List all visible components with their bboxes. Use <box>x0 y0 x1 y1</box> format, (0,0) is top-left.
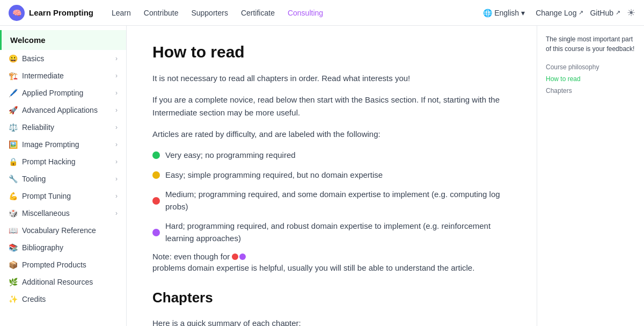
sidebar-label-reliability: Reliability <box>22 123 54 132</box>
chevron-right-icon: › <box>115 106 118 114</box>
red-dot <box>152 197 160 205</box>
chevron-right-icon: › <box>115 72 118 79</box>
chevron-right-icon: › <box>115 124 118 131</box>
sidebar-label-intermediate: Intermediate <box>22 71 64 80</box>
page-title: How to read <box>152 43 511 61</box>
translate-icon: 🌐 <box>483 9 492 17</box>
intro-para-3: Articles are rated by difficulty, and ar… <box>152 128 511 141</box>
basics-icon: 😀 <box>9 54 18 63</box>
sidebar-item-misc[interactable]: 🎲 Miscellaneous › <box>0 205 126 222</box>
difficulty-medium: Medium; programming required, and some d… <box>152 189 511 213</box>
intermediate-icon: 🏗️ <box>9 71 18 80</box>
chevron-right-icon: › <box>115 89 118 97</box>
theme-toggle[interactable]: ☀ <box>627 7 635 19</box>
note-prefix: Note: even though for <box>152 252 230 261</box>
chevron-right-icon: › <box>115 158 118 165</box>
chevron-down-icon: ▾ <box>521 9 525 17</box>
toc-how-to-read[interactable]: How to read <box>546 73 635 85</box>
sidebar-item-tooling[interactable]: 🔧 Tooling › <box>0 170 126 187</box>
advanced-icon: 🚀 <box>9 106 18 114</box>
sidebar-label-vocab: Vocabulary Reference <box>22 226 96 235</box>
language-selector[interactable]: 🌐 English ▾ <box>479 6 529 19</box>
bibliography-icon: 📚 <box>9 243 18 252</box>
chevron-right-icon: › <box>115 55 118 62</box>
sidebar-item-prompted-products[interactable]: 📦 Prompted Products <box>0 256 126 273</box>
sidebar-item-vocab[interactable]: 📖 Vocabulary Reference <box>0 222 126 239</box>
sidebar-item-advanced[interactable]: 🚀 Advanced Applications › <box>0 102 126 119</box>
sidebar-label-advanced: Advanced Applications <box>22 106 98 114</box>
inline-red-dot <box>232 253 238 260</box>
github-label: GitHub <box>590 9 613 17</box>
header: 🧠 Learn Prompting Learn Contribute Suppo… <box>0 0 644 26</box>
sidebar-label-products: Prompted Products <box>22 260 86 269</box>
hacking-icon: 🔒 <box>9 157 18 166</box>
toc-course-philosophy[interactable]: Course philosophy <box>546 61 635 73</box>
sidebar-item-intermediate[interactable]: 🏗️ Intermediate › <box>0 67 126 84</box>
sidebar-welcome[interactable]: Welcome <box>0 30 126 50</box>
chevron-right-icon: › <box>115 175 118 183</box>
nav-contribute[interactable]: Contribute <box>138 5 184 20</box>
sidebar-label-tuning: Prompt Tuning <box>22 192 71 200</box>
sidebar-label-basics: Basics <box>22 54 44 63</box>
nav-certificate[interactable]: Certificate <box>236 5 280 20</box>
misc-icon: 🎲 <box>9 209 18 218</box>
nav-learn[interactable]: Learn <box>106 5 136 20</box>
sidebar-item-reliability[interactable]: ⚖️ Reliability › <box>0 119 126 136</box>
chevron-right-icon: › <box>115 192 118 200</box>
difficulty-very-easy: Very easy; no programming required <box>152 149 511 162</box>
chapters-intro: Here is a quick summary of each chapter: <box>152 317 511 326</box>
chevron-right-icon: › <box>115 141 118 148</box>
sidebar-item-applied[interactable]: 🖊️ Applied Prompting › <box>0 84 126 102</box>
sidebar-label-tooling: Tooling <box>22 175 46 183</box>
yellow-dot <box>152 171 160 179</box>
chevron-right-icon: › <box>115 209 118 217</box>
language-label: English <box>494 9 519 17</box>
sidebar-item-basics[interactable]: 😀 Basics › <box>0 50 126 67</box>
sidebar-item-resources[interactable]: 🌿 Additional Resources <box>0 273 126 291</box>
toc-chapters[interactable]: Chapters <box>546 85 635 97</box>
resources-icon: 🌿 <box>9 278 18 286</box>
logo-text: Learn Prompting <box>29 8 93 17</box>
sidebar-label-applied: Applied Prompting <box>22 89 83 97</box>
vocab-icon: 📖 <box>9 226 18 235</box>
toc-feedback: The single most important part of this c… <box>546 34 635 54</box>
image-icon: 🖼️ <box>9 140 18 149</box>
sidebar: Welcome 😀 Basics › 🏗️ Intermediate › 🖊️ … <box>0 26 127 326</box>
sidebar-label-image: Image Prompting <box>22 140 79 149</box>
difficulty-hard: Hard; programming required, and robust d… <box>152 220 511 244</box>
green-dot <box>152 151 160 159</box>
sidebar-item-tuning[interactable]: 💪 Prompt Tuning › <box>0 187 126 205</box>
table-of-contents: The single most important part of this c… <box>537 26 644 326</box>
intro-para-1: It is not necessary to read all chapters… <box>152 72 511 85</box>
page-layout: Welcome 😀 Basics › 🏗️ Intermediate › 🖊️ … <box>0 26 644 326</box>
tuning-icon: 💪 <box>9 192 18 200</box>
changelog-label: Change Log <box>536 9 576 17</box>
nav-consulting[interactable]: Consulting <box>282 5 328 20</box>
changelog-link[interactable]: Change Log ↗ <box>536 9 583 17</box>
difficulty-easy-label: Easy; simple programming required, but n… <box>165 169 383 182</box>
sidebar-item-hacking[interactable]: 🔒 Prompt Hacking › <box>0 153 126 170</box>
logo[interactable]: 🧠 Learn Prompting <box>9 5 93 21</box>
sidebar-label-resources: Additional Resources <box>22 278 93 286</box>
main-content: How to read It is not necessary to read … <box>127 26 537 326</box>
difficulty-medium-label: Medium; programming required, and some d… <box>165 189 511 213</box>
intro-section: It is not necessary to read all chapters… <box>152 72 511 141</box>
github-link[interactable]: GitHub ↗ <box>590 9 620 17</box>
credits-icon: ✨ <box>9 295 18 303</box>
products-icon: 📦 <box>9 260 18 269</box>
difficulty-easy: Easy; simple programming required, but n… <box>152 169 511 182</box>
sidebar-item-image[interactable]: 🖼️ Image Prompting › <box>0 136 126 153</box>
sidebar-item-bibliography[interactable]: 📚 Bibliography <box>0 239 126 256</box>
intro-para-2: If you are a complete novice, read below… <box>152 93 511 119</box>
tooling-icon: 🔧 <box>9 175 18 183</box>
external-link-icon: ↗ <box>579 9 583 16</box>
note-suffix: problems domain expertise is helpful, us… <box>152 263 474 272</box>
sidebar-label-misc: Miscellaneous <box>22 209 70 218</box>
note-line: Note: even though for problems domain ex… <box>152 252 511 272</box>
inline-purple-dot <box>239 253 246 260</box>
nav-supporters[interactable]: Supporters <box>186 5 233 20</box>
applied-icon: 🖊️ <box>9 89 18 97</box>
sidebar-item-credits[interactable]: ✨ Credits <box>0 291 126 308</box>
purple-dot <box>152 229 160 236</box>
chapter-summary: Here is a quick summary of each chapter:… <box>152 317 511 326</box>
